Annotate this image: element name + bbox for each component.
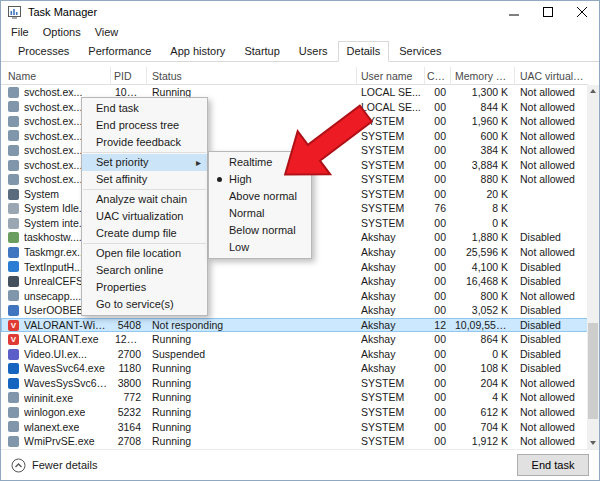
cell-cpu: 00	[425, 143, 451, 158]
cell-cpu: 00	[425, 274, 451, 289]
cell-memory: 16,468 K	[451, 274, 515, 289]
cell-status: Running	[147, 361, 357, 376]
context-menu-item-provide-feedback[interactable]: Provide feedback	[82, 134, 207, 151]
process-row[interactable]: wininit.exe772RunningSYSTEM004 KNot allo…	[1, 390, 588, 405]
process-row[interactable]: VVALORANT-Win64-S...5408Not respondingAk…	[1, 318, 588, 333]
vertical-scrollbar[interactable]	[587, 85, 599, 449]
menu-bar: FileOptionsView	[1, 23, 599, 41]
context-menu-item-search-online[interactable]: Search online	[82, 262, 207, 279]
cell-user: Akshay	[357, 347, 425, 362]
cell-cpu: 00	[425, 332, 451, 347]
cell-status: Running	[147, 434, 357, 449]
cell-cpu: 00	[425, 390, 451, 405]
column-header-status[interactable]: Status	[147, 67, 357, 84]
menu-view[interactable]: View	[88, 24, 126, 40]
scroll-down-arrow-icon[interactable]	[587, 437, 599, 449]
cell-cpu: 00	[425, 361, 451, 376]
context-menu-item-create-dump-file[interactable]: Create dump file	[82, 225, 207, 242]
close-button[interactable]	[565, 1, 599, 23]
process-name: svchost.ex...	[24, 85, 82, 100]
maximize-button[interactable]	[531, 1, 565, 23]
menu-file[interactable]: File	[4, 24, 36, 40]
cell-name: WmiPrvSE.exe	[1, 434, 111, 449]
scrollbar-thumb[interactable]	[588, 323, 598, 419]
process-row[interactable]: WavesSysSvc64.exe3800RunningSYSTEM00204 …	[1, 376, 588, 391]
minimize-button[interactable]	[497, 1, 531, 23]
cell-user: SYSTEM	[357, 420, 425, 435]
process-row[interactable]: WmiPrvSE.exe2708RunningSYSTEM001,912 KNo…	[1, 434, 588, 449]
submenu-arrow-icon: ▸	[196, 154, 201, 171]
cell-memory: 4 K	[451, 390, 515, 405]
scroll-up-arrow-icon[interactable]	[587, 85, 599, 97]
tab-app-history[interactable]: App history	[161, 41, 234, 61]
menu-separator	[83, 152, 206, 153]
cell-pid: 3164	[111, 420, 147, 435]
priority-option-below-normal[interactable]: Below normal	[209, 222, 311, 239]
cell-cpu: 00	[425, 85, 451, 100]
cell-user: Akshay	[357, 332, 425, 347]
process-name: taskhostw....	[24, 230, 82, 245]
tab-details[interactable]: Details	[338, 41, 390, 62]
context-menu-item-set-priority[interactable]: Set priority▸	[82, 154, 207, 171]
column-header-memory-a[interactable]: Memory (a...	[451, 67, 515, 84]
process-name: svchost.ex...	[24, 158, 82, 173]
process-row[interactable]: wlanext.exe3164RunningSYSTEM00704 KNot a…	[1, 420, 588, 435]
cell-user: SYSTEM	[357, 405, 425, 420]
process-name: svchost.ex...	[24, 114, 82, 129]
fewer-details-toggle[interactable]: Fewer details	[11, 458, 97, 473]
context-menu-item-end-process-tree[interactable]: End process tree	[82, 117, 207, 134]
menu-item-label: Open file location	[96, 247, 181, 259]
end-task-button[interactable]: End task	[517, 454, 589, 476]
cell-pid: 5232	[111, 405, 147, 420]
context-menu-item-analyze-wait-chain[interactable]: Analyze wait chain	[82, 191, 207, 208]
priority-option-normal[interactable]: Normal	[209, 205, 311, 222]
process-row[interactable]: winlogon.exe5232RunningSYSTEM00612 KNot …	[1, 405, 588, 420]
cell-uac: Disabled	[515, 260, 588, 275]
cell-user: SYSTEM	[357, 390, 425, 405]
cell-uac: Not allowed	[515, 434, 588, 449]
cell-uac: Not allowed	[515, 85, 588, 100]
process-name: wlanext.exe	[24, 420, 79, 435]
column-header-cpu[interactable]: CPU	[425, 67, 451, 84]
cell-user: SYSTEM	[357, 216, 425, 231]
process-name: winlogon.exe	[24, 405, 85, 420]
context-menu-item-go-to-service-s[interactable]: Go to service(s)	[82, 296, 207, 313]
menu-item-label: Provide feedback	[96, 136, 181, 148]
cell-memory: 1,960 K	[451, 114, 515, 129]
process-name: Taskmgr.ex...	[24, 245, 86, 260]
process-row[interactable]: VVALORANT.exe12600RunningAkshay00864 KDi…	[1, 332, 588, 347]
priority-option-label: Above normal	[229, 190, 297, 202]
context-menu-item-open-file-location[interactable]: Open file location	[82, 245, 207, 262]
cell-user: SYSTEM	[357, 376, 425, 391]
context-menu-item-end-task[interactable]: End task	[82, 100, 207, 117]
column-header-name[interactable]: Name	[1, 67, 111, 84]
context-menu-item-set-affinity[interactable]: Set affinity	[82, 171, 207, 188]
menu-options[interactable]: Options	[36, 24, 88, 40]
cell-pid: 1180	[111, 361, 147, 376]
process-name: svchost.ex...	[24, 143, 82, 158]
priority-option-low[interactable]: Low	[209, 239, 311, 256]
cell-cpu: 00	[425, 260, 451, 275]
tab-users[interactable]: Users	[290, 41, 337, 61]
cell-memory: 108 K	[451, 361, 515, 376]
cell-user: Akshay	[357, 274, 425, 289]
cell-pid: 2700	[111, 347, 147, 362]
context-menu-item-properties[interactable]: Properties	[82, 279, 207, 296]
cell-user: LOCAL SE...	[357, 85, 425, 100]
cell-memory: 0 K	[451, 347, 515, 362]
cell-user: SYSTEM	[357, 158, 425, 173]
tab-startup[interactable]: Startup	[235, 41, 288, 61]
column-header-uac-virtualizat[interactable]: UAC virtualizat...	[515, 67, 588, 84]
process-row[interactable]: WavesSvc64.exe1180RunningAkshay00108 KDi…	[1, 361, 588, 376]
cell-pid: 5408	[111, 318, 147, 333]
column-header-pid[interactable]: PID	[111, 67, 147, 84]
tab-performance[interactable]: Performance	[79, 41, 160, 61]
svchost-icon	[8, 160, 19, 171]
tab-services[interactable]: Services	[390, 41, 450, 61]
task-manager-window: Task Manager FileOptionsView ProcessesPe…	[0, 0, 600, 481]
tab-processes[interactable]: Processes	[9, 41, 78, 61]
process-row[interactable]: Video.UI.ex...2700SuspendedAkshay000 KDi…	[1, 347, 588, 362]
column-header-user-name[interactable]: User name	[357, 67, 425, 84]
menu-item-label: Set priority	[96, 156, 149, 168]
context-menu-item-uac-virtualization[interactable]: UAC virtualization	[82, 208, 207, 225]
